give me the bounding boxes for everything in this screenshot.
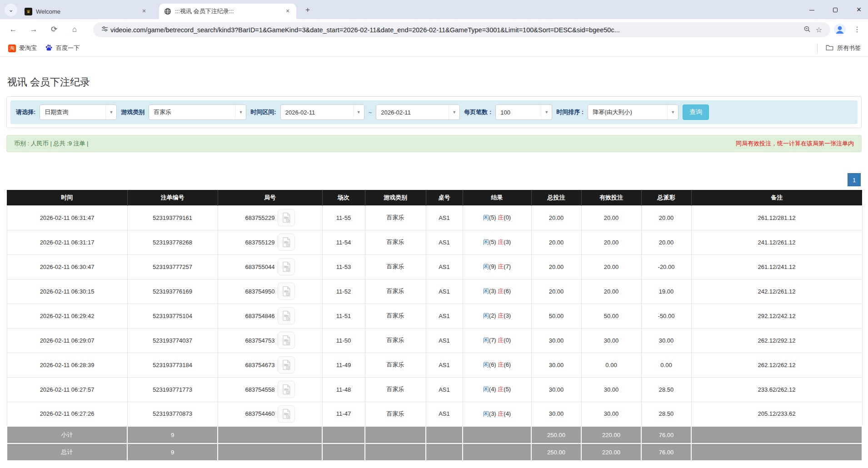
back-button[interactable]: ← (6, 23, 20, 36)
browser-toolbar: ← → ⟳ ⌂ videoie.com/game/betrecord_searc… (0, 19, 868, 40)
video-replay-button[interactable] (278, 258, 295, 275)
cell-total-bet-link[interactable]: 20.00 (531, 279, 581, 304)
game-kind-dropdown[interactable]: 百家乐 ▼ (149, 105, 246, 120)
close-tab-icon[interactable]: × (284, 7, 292, 15)
dropdown-value: 2026-02-11 (281, 109, 353, 116)
cell-total-bet-link[interactable]: 50.00 (531, 304, 581, 328)
query-type-dropdown[interactable]: 日期查询 ▼ (40, 105, 117, 120)
game-kind-label: 游戏类别 (121, 108, 145, 116)
dropdown-value: 100 (496, 109, 541, 116)
summary-cell: 250.00 (531, 426, 581, 443)
cell-game-kind: 百家乐 (365, 304, 426, 328)
cell-table-number: AS1 (426, 353, 463, 377)
cell-game-kind: 百家乐 (365, 230, 426, 254)
profile-icon[interactable] (833, 23, 846, 36)
more-menu-icon[interactable]: ⋮ (852, 23, 863, 36)
bookmark-taobao[interactable]: 淘 爱淘宝 (8, 44, 37, 52)
column-header: 总投注 (531, 190, 581, 205)
chevron-down-icon: ▼ (105, 105, 116, 119)
table-footer: 小计9250.00220.0076.00总计9250.00220.0076.00 (7, 426, 862, 461)
tab-welcome[interactable]: ♛ Welcome × (20, 4, 153, 19)
zoom-page-icon[interactable] (801, 25, 813, 35)
cell-note: 261.12/281.12 (691, 205, 862, 230)
tab-title: Welcome (36, 8, 140, 15)
date-start-dropdown[interactable]: 2026-02-11 ▼ (280, 105, 364, 120)
video-replay-button[interactable] (278, 405, 295, 423)
url-text[interactable]: videoie.com/game/betrecord_search/kind3?… (110, 26, 801, 34)
player-score: (6) (489, 361, 496, 368)
cell-valid-bet: 20.00 (581, 254, 641, 279)
date-end-dropdown[interactable]: 2026-02-11 ▼ (376, 105, 460, 120)
tab-betrecord[interactable]: :::视讯 会员下注纪录::: × (159, 4, 296, 19)
bookmark-star-icon[interactable]: ☆ (813, 25, 825, 34)
cell-bet-id: 523193776169 (127, 279, 218, 304)
forward-button[interactable]: → (27, 23, 40, 36)
cell-time: 2026-02-11 06:28:39 (7, 353, 127, 377)
cell-total-bet-link[interactable]: 30.00 (531, 353, 581, 377)
cell-game-kind: 百家乐 (365, 205, 426, 230)
summary-cell (463, 426, 531, 443)
close-tab-icon[interactable]: × (140, 7, 148, 15)
cell-session: 11-53 (322, 254, 365, 279)
video-replay-button[interactable] (278, 209, 295, 226)
player-score: (3) (489, 410, 496, 417)
baidu-paw-icon (45, 44, 53, 53)
video-replay-button[interactable] (278, 356, 295, 373)
cell-time: 2026-02-11 06:27:57 (7, 377, 127, 402)
summary-cell (322, 443, 365, 461)
minimize-button[interactable] (806, 6, 817, 13)
home-button[interactable]: ⌂ (68, 23, 81, 36)
column-header: 游戏类别 (365, 190, 426, 205)
column-header: 注单编号 (127, 190, 218, 205)
video-replay-button[interactable] (278, 307, 295, 324)
cell-table-number: AS1 (426, 402, 463, 426)
cell-payout: -20.00 (641, 254, 691, 279)
all-bookmarks-button[interactable]: 所有书签 (817, 44, 861, 53)
player-result: 闲 (483, 288, 489, 294)
site-settings-icon[interactable] (99, 25, 110, 34)
cell-payout: 28.50 (641, 402, 691, 426)
per-page-dropdown[interactable]: 100 ▼ (495, 105, 552, 120)
table-row: 2026-02-11 06:30:15 523193776169 6837549… (7, 279, 862, 304)
close-window-button[interactable]: × (853, 5, 864, 15)
video-replay-button[interactable] (278, 283, 295, 300)
cell-table-number: AS1 (426, 254, 463, 279)
table-row: 2026-02-11 06:27:57 523193771773 6837545… (7, 377, 862, 402)
cell-total-bet-link[interactable]: 30.00 (531, 328, 581, 353)
round-number: 683754673 (245, 362, 274, 368)
video-replay-button[interactable] (278, 381, 295, 398)
bookmark-baidu[interactable]: 百度一下 (45, 44, 80, 53)
cell-payout: 20.00 (641, 230, 691, 254)
url-bar[interactable]: videoie.com/game/betrecord_search/kind3?… (93, 22, 830, 37)
cell-round: 683755129 (218, 230, 322, 254)
player-result: 闲 (483, 239, 489, 245)
cell-valid-bet: 30.00 (581, 402, 641, 426)
banker-result: 庄 (498, 239, 504, 245)
video-replay-button[interactable] (278, 234, 295, 251)
column-header: 桌号 (426, 190, 463, 205)
sort-dropdown[interactable]: 降幂(由大到小) ▼ (588, 105, 678, 120)
search-button[interactable]: 查询 (683, 105, 709, 120)
folder-icon (826, 44, 833, 52)
player-score: (9) (489, 263, 496, 270)
cell-session: 11-54 (322, 230, 365, 254)
refresh-button[interactable]: ⟳ (47, 23, 61, 36)
video-replay-button[interactable] (278, 332, 295, 349)
cell-total-bet-link[interactable]: 20.00 (531, 205, 581, 230)
cell-total-bet-link[interactable]: 30.00 (531, 402, 581, 426)
cell-total-bet-link[interactable]: 20.00 (531, 254, 581, 279)
table-row: 2026-02-11 06:30:47 523193777257 6837550… (7, 254, 862, 279)
page-number-button[interactable]: 1 (848, 173, 861, 186)
cell-total-bet-link[interactable]: 20.00 (531, 230, 581, 254)
chevron-down-icon: ▼ (541, 105, 552, 119)
maximize-button[interactable] (830, 6, 841, 13)
cell-total-bet-link[interactable]: 30.00 (531, 377, 581, 402)
banker-result: 庄 (498, 410, 504, 417)
cell-game-kind: 百家乐 (365, 402, 426, 426)
summary-cell: 总计 (7, 443, 127, 461)
column-header: 备注 (691, 190, 862, 205)
tab-title: :::视讯 会员下注纪录::: (175, 7, 284, 15)
new-tab-button[interactable]: + (302, 5, 314, 16)
cell-game-kind: 百家乐 (365, 254, 426, 279)
tab-search-button[interactable]: ⌄ (5, 4, 17, 16)
